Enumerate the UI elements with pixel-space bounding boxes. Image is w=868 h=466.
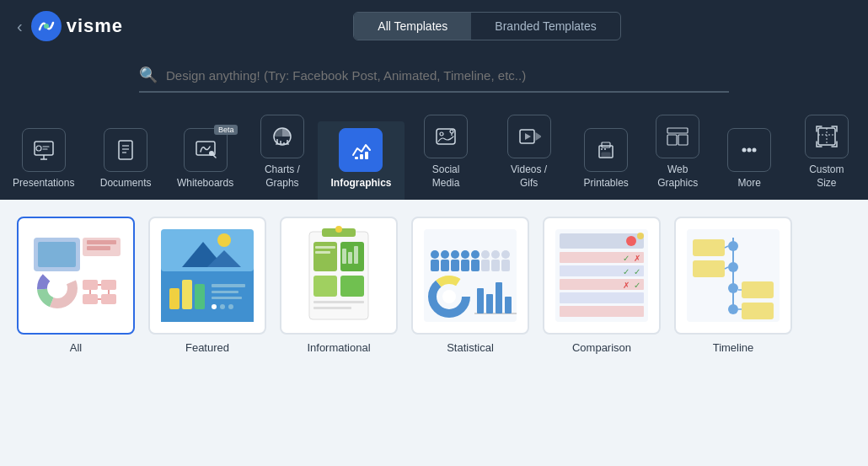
svg-rect-100 — [481, 260, 490, 271]
svg-point-95 — [461, 250, 469, 259]
svg-rect-34 — [667, 128, 688, 133]
svg-point-131 — [728, 262, 738, 272]
svg-rect-120 — [560, 292, 644, 303]
presentations-icon-wrap — [22, 128, 66, 172]
logo: visme — [31, 11, 123, 41]
svg-rect-81 — [348, 252, 352, 264]
svg-text:✓: ✓ — [623, 267, 630, 276]
svg-rect-92 — [441, 260, 449, 271]
search-area: 🔍 — [0, 52, 868, 101]
svg-rect-31 — [602, 153, 610, 157]
template-timeline-preview — [683, 225, 784, 326]
presentations-label: Presentations — [13, 177, 74, 190]
more-label: More — [738, 177, 761, 190]
template-statistical[interactable]: Statistical — [411, 217, 529, 354]
svg-point-1 — [44, 24, 49, 29]
content-area: All — [0, 200, 868, 466]
svg-rect-136 — [742, 281, 774, 298]
category-more[interactable]: More — [714, 121, 785, 201]
template-timeline[interactable]: Timeline — [674, 217, 792, 354]
social-media-label: Social Media — [418, 163, 474, 190]
printables-icon — [594, 138, 618, 162]
svg-rect-134 — [693, 239, 725, 256]
svg-rect-109 — [477, 288, 484, 313]
videos-icon — [517, 125, 541, 148]
svg-rect-96 — [461, 260, 469, 271]
web-icon-wrap — [656, 115, 699, 158]
charts-label: Charts /Graphs — [265, 163, 300, 190]
back-button[interactable]: ‹ — [17, 17, 23, 36]
svg-point-72 — [220, 304, 225, 309]
svg-rect-65 — [169, 288, 179, 309]
template-statistical-label: Statistical — [447, 341, 494, 354]
category-documents[interactable]: Documents — [88, 121, 164, 201]
svg-point-130 — [728, 241, 738, 251]
svg-rect-21 — [365, 152, 368, 159]
svg-rect-69 — [212, 291, 238, 293]
category-presentations[interactable]: Presentations — [0, 121, 88, 201]
svg-point-5 — [36, 146, 41, 151]
template-statistical-preview — [420, 225, 521, 326]
category-infographics[interactable]: Infographics — [318, 121, 404, 201]
template-all[interactable]: All — [17, 217, 135, 354]
logo-text: visme — [67, 15, 123, 37]
category-whiteboards[interactable]: Beta Whiteboards — [164, 121, 247, 201]
svg-point-91 — [441, 250, 449, 259]
svg-rect-112 — [505, 297, 512, 313]
template-informational[interactable]: Informational — [280, 217, 398, 354]
template-informational-preview — [288, 225, 389, 326]
svg-point-107 — [442, 290, 456, 303]
charts-icon — [271, 125, 294, 148]
svg-rect-98 — [471, 260, 480, 271]
category-social-media[interactable]: Social Media — [405, 108, 488, 200]
svg-rect-51 — [83, 280, 98, 290]
svg-point-73 — [228, 304, 233, 309]
svg-rect-53 — [83, 294, 98, 304]
branded-templates-tab[interactable]: Branded Templates — [471, 13, 619, 40]
charts-icon-wrap — [260, 115, 304, 158]
template-informational-thumb — [280, 217, 398, 335]
category-web-graphics[interactable]: WebGraphics — [642, 108, 714, 200]
category-custom-size[interactable]: Custom Size — [785, 108, 868, 200]
svg-rect-20 — [360, 154, 363, 159]
svg-rect-36 — [678, 135, 688, 145]
web-icon — [666, 125, 689, 148]
template-featured[interactable]: Featured — [148, 217, 266, 354]
more-icon-wrap — [727, 128, 771, 172]
template-grid: All — [17, 217, 851, 354]
svg-rect-79 — [340, 276, 364, 297]
svg-point-32 — [601, 148, 603, 150]
svg-point-132 — [728, 283, 738, 293]
svg-text:✓: ✓ — [623, 254, 630, 263]
svg-rect-67 — [195, 284, 205, 309]
template-comparison-preview: ✓ ✗ ✓ ✓ ✗ ✓ — [551, 225, 652, 326]
all-templates-tab[interactable]: All Templates — [354, 13, 471, 40]
infographics-icon-wrap — [339, 128, 383, 172]
svg-rect-82 — [354, 246, 358, 264]
more-icon — [737, 138, 761, 162]
svg-point-39 — [753, 147, 757, 152]
category-charts-graphs[interactable]: Charts /Graphs — [246, 108, 318, 200]
svg-rect-84 — [315, 251, 330, 254]
svg-text:✗: ✗ — [623, 281, 630, 290]
svg-point-116 — [637, 233, 644, 239]
svg-rect-104 — [501, 260, 510, 271]
documents-icon — [114, 138, 137, 162]
svg-point-24 — [450, 130, 453, 133]
beta-badge: Beta — [214, 125, 238, 135]
svg-text:✓: ✓ — [634, 281, 640, 290]
svg-marker-28 — [525, 133, 531, 140]
svg-rect-49 — [87, 240, 116, 244]
category-videos-gifs[interactable]: Videos / Gifs — [488, 108, 571, 200]
template-comparison[interactable]: ✓ ✗ ✓ ✓ ✗ ✓ Comparison — [543, 217, 661, 354]
svg-rect-80 — [342, 249, 346, 264]
search-input[interactable] — [166, 68, 729, 83]
svg-rect-111 — [496, 282, 502, 313]
category-printables[interactable]: Printables — [571, 121, 642, 201]
svg-point-93 — [451, 250, 459, 259]
svg-rect-50 — [87, 246, 110, 250]
svg-point-99 — [481, 250, 490, 259]
template-comparison-thumb: ✓ ✗ ✓ ✓ ✗ ✓ — [543, 217, 661, 335]
header: ‹ visme All Templates Branded Templates — [0, 0, 868, 52]
template-statistical-thumb — [411, 217, 529, 335]
